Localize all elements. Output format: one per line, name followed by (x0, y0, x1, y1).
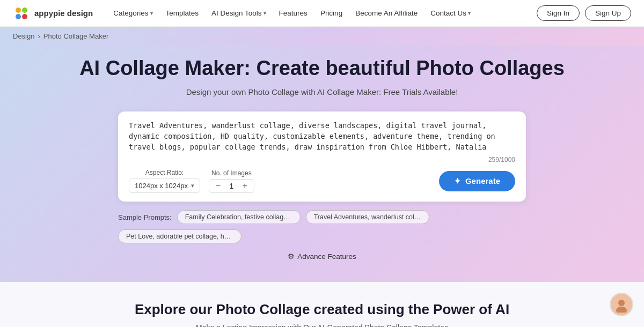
header-actions: Sign In Sign Up (537, 5, 631, 21)
hero-section: AI Collage Maker: Create beautiful Photo… (0, 46, 644, 282)
prompt-box: 259/1000 Aspect Ratio: 1024px x 1024px ▾… (118, 112, 526, 202)
aspect-ratio-chevron-icon: ▾ (191, 182, 194, 189)
signin-button[interactable]: Sign In (537, 5, 580, 21)
ai-tools-chevron-icon: ▾ (264, 10, 266, 16)
main-nav: Categories ▾ Templates AI Design Tools ▾… (108, 6, 537, 20)
nav-templates[interactable]: Templates (160, 6, 204, 20)
explore-title: Explore our Photo Collage created using … (13, 301, 631, 318)
char-counter: 259/1000 (129, 156, 515, 164)
breadcrumb-separator: › (38, 32, 40, 40)
generate-star-icon: ✦ (454, 176, 461, 186)
svg-rect-0 (13, 5, 30, 22)
breadcrumb-home[interactable]: Design (13, 32, 34, 40)
prompt-textarea[interactable] (129, 120, 515, 153)
advance-features: ⚙ Advance Features (13, 252, 631, 261)
breadcrumb-current: Photo Collage Maker (43, 32, 108, 40)
aspect-ratio-group: Aspect Ratio: 1024px x 1024px ▾ (129, 169, 200, 193)
sample-prompt-2[interactable]: Travel Adventures, wanderlust collage, d… (306, 210, 429, 224)
sample-prompt-1[interactable]: Family Celebration, festive collage, vib… (177, 210, 301, 224)
svg-point-1 (16, 8, 21, 13)
logo-icon (13, 5, 30, 22)
settings-icon: ⚙ (288, 252, 295, 261)
nav-affiliate[interactable]: Become An Affiliate (350, 6, 423, 20)
nav-features[interactable]: Features (274, 6, 313, 20)
advance-features-label: Advance Features (297, 252, 356, 261)
contact-chevron-icon: ▾ (468, 10, 471, 16)
nav-ai-design-tools[interactable]: AI Design Tools ▾ (206, 6, 272, 20)
aspect-ratio-select[interactable]: 1024px x 1024px ▾ (129, 179, 200, 193)
nav-categories[interactable]: Categories ▾ (108, 6, 158, 20)
header: appypie design Categories ▾ Templates AI… (0, 0, 644, 27)
categories-chevron-icon: ▾ (150, 10, 153, 16)
svg-point-8 (616, 307, 627, 313)
nav-pricing[interactable]: Pricing (315, 6, 348, 20)
logo-text: appypie design (34, 9, 93, 18)
images-label: No. of Images (209, 169, 254, 177)
sample-prompt-3[interactable]: Pet Love, adorable pet collage, heartwar… (118, 229, 241, 243)
image-count-value: 1 (227, 182, 236, 190)
logo[interactable]: appypie design (13, 5, 93, 22)
signup-button[interactable]: Sign Up (585, 5, 631, 21)
nav-contact[interactable]: Contact Us ▾ (425, 6, 476, 20)
decrement-button[interactable]: − (215, 182, 222, 190)
svg-point-2 (22, 8, 27, 13)
image-count-stepper: − 1 + (209, 179, 254, 193)
aspect-ratio-value: 1024px x 1024px (135, 182, 188, 190)
hero-subtitle: Design your own Photo Collage with AI Co… (13, 87, 631, 96)
svg-point-3 (16, 14, 21, 19)
breadcrumb: Design › Photo Collage Maker (0, 27, 644, 46)
generate-label: Generate (465, 176, 500, 185)
avatar-icon (613, 296, 630, 313)
chat-avatar[interactable] (610, 293, 633, 316)
explore-subtitle: Make a Lasting Impression with Our AI-Ge… (13, 323, 631, 327)
aspect-ratio-label: Aspect Ratio: (129, 169, 200, 176)
svg-point-4 (22, 14, 27, 19)
sample-prompts-label: Sample Prompts: (118, 213, 172, 221)
increment-button[interactable]: + (241, 182, 248, 190)
svg-point-7 (618, 300, 625, 306)
prompt-controls: Aspect Ratio: 1024px x 1024px ▾ No. of I… (129, 169, 515, 193)
sample-prompts: Sample Prompts: Family Celebration, fest… (118, 210, 526, 243)
image-count-group: No. of Images − 1 + (209, 169, 254, 193)
advance-features-link[interactable]: ⚙ Advance Features (288, 252, 356, 261)
hero-title: AI Collage Maker: Create beautiful Photo… (13, 56, 631, 81)
generate-button[interactable]: ✦ Generate (439, 171, 515, 191)
explore-section: Explore our Photo Collage created using … (0, 282, 644, 327)
